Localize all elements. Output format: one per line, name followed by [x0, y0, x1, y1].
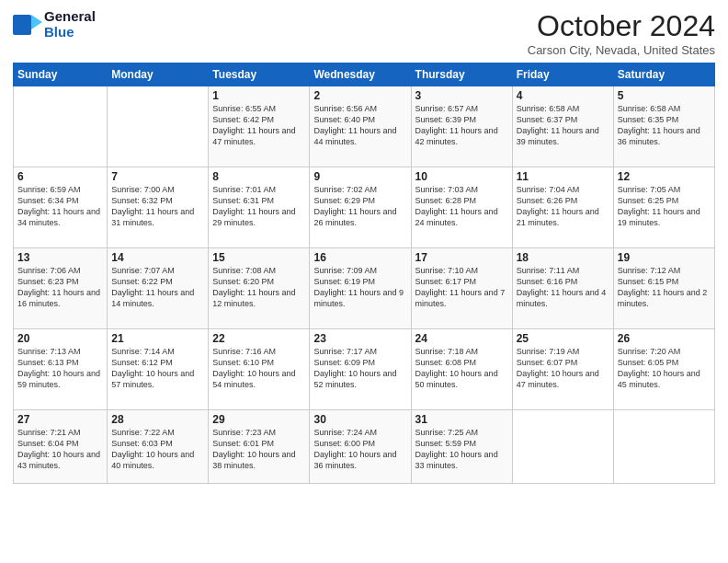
cell-info: Sunrise: 7:22 AM Sunset: 6:03 PM Dayligh… [111, 427, 204, 472]
cell-info: Sunrise: 7:14 AM Sunset: 6:12 PM Dayligh… [111, 346, 204, 391]
table-row: 21Sunrise: 7:14 AM Sunset: 6:12 PM Dayli… [108, 329, 209, 410]
cell-info: Sunrise: 6:55 AM Sunset: 6:42 PM Dayligh… [212, 103, 305, 148]
day-number: 7 [111, 170, 204, 183]
cell-info: Sunrise: 6:57 AM Sunset: 6:39 PM Dayligh… [415, 103, 508, 148]
day-number: 21 [111, 332, 204, 345]
svg-marker-1 [31, 15, 42, 29]
cell-info: Sunrise: 7:18 AM Sunset: 6:08 PM Dayligh… [415, 346, 508, 391]
month-title: October 2024 [528, 9, 715, 43]
table-row: 16Sunrise: 7:09 AM Sunset: 6:19 PM Dayli… [310, 248, 411, 329]
cell-info: Sunrise: 7:07 AM Sunset: 6:22 PM Dayligh… [111, 265, 204, 310]
cell-info: Sunrise: 7:13 AM Sunset: 6:13 PM Dayligh… [17, 346, 103, 391]
table-row: 24Sunrise: 7:18 AM Sunset: 6:08 PM Dayli… [411, 329, 512, 410]
day-number: 25 [517, 332, 609, 345]
day-number: 13 [17, 251, 103, 264]
cell-info: Sunrise: 7:00 AM Sunset: 6:32 PM Dayligh… [111, 184, 204, 229]
day-number: 23 [313, 332, 406, 345]
day-number: 9 [313, 170, 406, 183]
day-number: 19 [618, 251, 711, 264]
day-number: 22 [212, 332, 305, 345]
cell-info: Sunrise: 7:06 AM Sunset: 6:23 PM Dayligh… [17, 265, 103, 310]
day-number: 6 [17, 170, 103, 183]
day-number: 2 [313, 89, 406, 102]
cell-info: Sunrise: 6:58 AM Sunset: 6:37 PM Dayligh… [517, 103, 609, 148]
cell-info: Sunrise: 7:19 AM Sunset: 6:07 PM Dayligh… [517, 346, 609, 391]
table-row: 13Sunrise: 7:06 AM Sunset: 6:23 PM Dayli… [14, 248, 108, 329]
cell-info: Sunrise: 7:20 AM Sunset: 6:05 PM Dayligh… [618, 346, 711, 391]
day-number: 27 [17, 413, 103, 426]
cell-info: Sunrise: 7:08 AM Sunset: 6:20 PM Dayligh… [212, 265, 305, 310]
logo-line1: General [44, 9, 96, 25]
table-row: 20Sunrise: 7:13 AM Sunset: 6:13 PM Dayli… [14, 329, 108, 410]
table-row: 14Sunrise: 7:07 AM Sunset: 6:22 PM Dayli… [108, 248, 209, 329]
day-number: 8 [212, 170, 305, 183]
table-row: 7Sunrise: 7:00 AM Sunset: 6:32 PM Daylig… [108, 167, 209, 248]
day-number: 10 [415, 170, 508, 183]
table-row [613, 410, 714, 484]
table-row: 9Sunrise: 7:02 AM Sunset: 6:29 PM Daylig… [310, 167, 411, 248]
cell-info: Sunrise: 7:01 AM Sunset: 6:31 PM Dayligh… [212, 184, 305, 229]
col-saturday: Saturday [613, 63, 714, 86]
table-row: 29Sunrise: 7:23 AM Sunset: 6:01 PM Dayli… [209, 410, 310, 484]
day-number: 5 [618, 89, 711, 102]
col-tuesday: Tuesday [209, 63, 310, 86]
table-row: 28Sunrise: 7:22 AM Sunset: 6:03 PM Dayli… [108, 410, 209, 484]
col-sunday: Sunday [14, 63, 108, 86]
svg-rect-0 [13, 15, 31, 35]
table-row [14, 86, 108, 167]
table-row: 4Sunrise: 6:58 AM Sunset: 6:37 PM Daylig… [512, 86, 613, 167]
logo-line2: Blue [44, 25, 96, 40]
table-row: 11Sunrise: 7:04 AM Sunset: 6:26 PM Dayli… [512, 167, 613, 248]
table-row: 3Sunrise: 6:57 AM Sunset: 6:39 PM Daylig… [411, 86, 512, 167]
table-row: 30Sunrise: 7:24 AM Sunset: 6:00 PM Dayli… [310, 410, 411, 484]
table-row: 26Sunrise: 7:20 AM Sunset: 6:05 PM Dayli… [613, 329, 714, 410]
table-row: 15Sunrise: 7:08 AM Sunset: 6:20 PM Dayli… [209, 248, 310, 329]
table-row: 17Sunrise: 7:10 AM Sunset: 6:17 PM Dayli… [411, 248, 512, 329]
cell-info: Sunrise: 7:10 AM Sunset: 6:17 PM Dayligh… [415, 265, 508, 310]
header-row: Sunday Monday Tuesday Wednesday Thursday… [14, 63, 715, 86]
day-number: 26 [618, 332, 711, 345]
title-block: October 2024 Carson City, Nevada, United… [528, 9, 715, 57]
cell-info: Sunrise: 7:11 AM Sunset: 6:16 PM Dayligh… [517, 265, 609, 310]
cell-info: Sunrise: 7:24 AM Sunset: 6:00 PM Dayligh… [313, 427, 406, 472]
table-row: 27Sunrise: 7:21 AM Sunset: 6:04 PM Dayli… [14, 410, 108, 484]
col-thursday: Thursday [411, 63, 512, 86]
day-number: 4 [517, 89, 609, 102]
day-number: 28 [111, 413, 204, 426]
table-row: 12Sunrise: 7:05 AM Sunset: 6:25 PM Dayli… [613, 167, 714, 248]
table-row [108, 86, 209, 167]
table-row: 18Sunrise: 7:11 AM Sunset: 6:16 PM Dayli… [512, 248, 613, 329]
table-row: 8Sunrise: 7:01 AM Sunset: 6:31 PM Daylig… [209, 167, 310, 248]
cell-info: Sunrise: 7:04 AM Sunset: 6:26 PM Dayligh… [517, 184, 609, 229]
cell-info: Sunrise: 7:16 AM Sunset: 6:10 PM Dayligh… [212, 346, 305, 391]
day-number: 3 [415, 89, 508, 102]
calendar-table: Sunday Monday Tuesday Wednesday Thursday… [13, 63, 715, 484]
cell-info: Sunrise: 6:56 AM Sunset: 6:40 PM Dayligh… [313, 103, 406, 148]
cell-info: Sunrise: 7:12 AM Sunset: 6:15 PM Dayligh… [618, 265, 711, 310]
table-row: 6Sunrise: 6:59 AM Sunset: 6:34 PM Daylig… [14, 167, 108, 248]
day-number: 30 [313, 413, 406, 426]
cell-info: Sunrise: 7:05 AM Sunset: 6:25 PM Dayligh… [618, 184, 711, 229]
cell-info: Sunrise: 7:21 AM Sunset: 6:04 PM Dayligh… [17, 427, 103, 472]
header: General Blue October 2024 Carson City, N… [13, 9, 715, 57]
day-number: 24 [415, 332, 508, 345]
col-wednesday: Wednesday [310, 63, 411, 86]
day-number: 1 [212, 89, 305, 102]
cell-info: Sunrise: 6:59 AM Sunset: 6:34 PM Dayligh… [17, 184, 103, 229]
cell-info: Sunrise: 7:23 AM Sunset: 6:01 PM Dayligh… [212, 427, 305, 472]
day-number: 17 [415, 251, 508, 264]
day-number: 18 [517, 251, 609, 264]
page: General Blue October 2024 Carson City, N… [0, 0, 728, 563]
table-row: 31Sunrise: 7:25 AM Sunset: 5:59 PM Dayli… [411, 410, 512, 484]
cell-info: Sunrise: 7:25 AM Sunset: 5:59 PM Dayligh… [415, 427, 508, 472]
day-number: 12 [618, 170, 711, 183]
table-row: 25Sunrise: 7:19 AM Sunset: 6:07 PM Dayli… [512, 329, 613, 410]
day-number: 29 [212, 413, 305, 426]
col-monday: Monday [108, 63, 209, 86]
cell-info: Sunrise: 7:02 AM Sunset: 6:29 PM Dayligh… [313, 184, 406, 229]
cell-info: Sunrise: 7:03 AM Sunset: 6:28 PM Dayligh… [415, 184, 508, 229]
table-row: 22Sunrise: 7:16 AM Sunset: 6:10 PM Dayli… [209, 329, 310, 410]
day-number: 14 [111, 251, 204, 264]
day-number: 15 [212, 251, 305, 264]
logo: General Blue [13, 9, 96, 40]
